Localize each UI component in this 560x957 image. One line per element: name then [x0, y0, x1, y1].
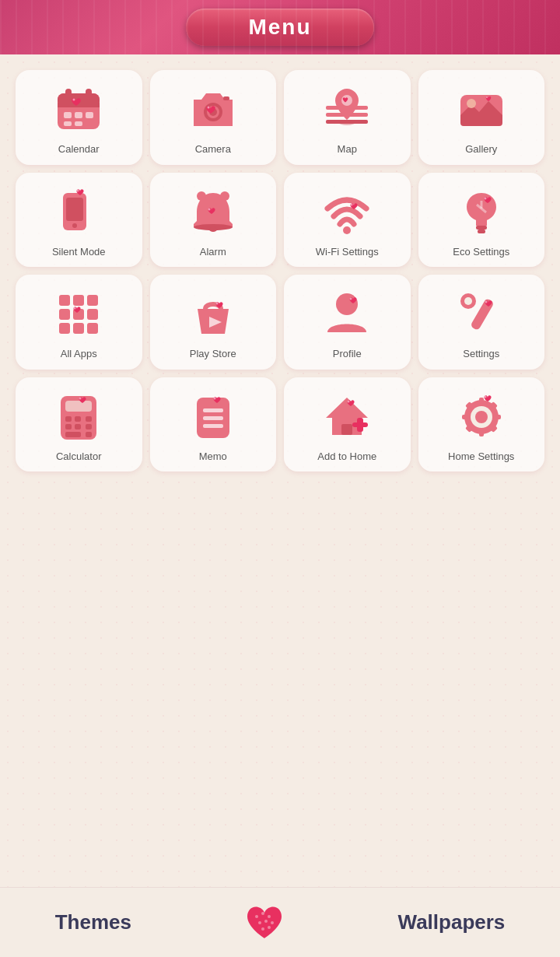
svg-rect-72: [203, 424, 223, 428]
silent-mode-label: Silent Mode: [52, 246, 106, 258]
svg-point-56: [464, 297, 472, 305]
svg-point-52: [336, 293, 358, 315]
calculator-cell[interactable]: Calculator: [16, 377, 142, 472]
svg-point-15: [207, 107, 209, 109]
svg-rect-43: [59, 309, 70, 320]
svg-point-68: [79, 397, 82, 399]
svg-point-31: [220, 191, 229, 201]
calculator-label: Calculator: [56, 450, 102, 463]
add-to-home-cell[interactable]: Add to Home: [284, 377, 411, 472]
silent-mode-cell[interactable]: Silent Mode: [16, 173, 142, 268]
calendar-icon: [51, 82, 106, 137]
svg-rect-85: [495, 415, 501, 419]
svg-point-94: [258, 921, 261, 924]
add-to-home-label: Add to Home: [317, 450, 376, 463]
eco-settings-label: Eco Settings: [453, 246, 509, 258]
alarm-cell[interactable]: Alarm: [150, 173, 277, 268]
svg-rect-6: [75, 112, 82, 118]
svg-point-39: [484, 197, 486, 199]
svg-rect-65: [86, 424, 92, 429]
svg-point-10: [73, 99, 75, 101]
home-settings-cell[interactable]: Home Settings: [418, 377, 545, 472]
svg-rect-84: [462, 415, 468, 419]
svg-point-23: [486, 96, 488, 98]
play-store-label: Play Store: [190, 348, 236, 360]
bottom-heart-icon[interactable]: [241, 899, 288, 946]
svg-point-81: [475, 411, 488, 423]
gallery-label: Gallery: [465, 143, 497, 156]
svg-point-32: [208, 208, 210, 210]
memo-label: Memo: [199, 450, 227, 463]
svg-rect-59: [65, 401, 92, 412]
memo-cell[interactable]: Memo: [150, 377, 277, 472]
svg-point-95: [264, 920, 268, 923]
camera-label: Camera: [195, 143, 231, 156]
svg-point-93: [268, 915, 271, 918]
icon-grid: Calendar Camera: [16, 70, 544, 471]
svg-point-90: [484, 395, 486, 398]
settings-label: Settings: [463, 348, 499, 360]
svg-rect-62: [86, 416, 92, 422]
calendar-label: Calendar: [58, 143, 100, 156]
svg-rect-67: [86, 432, 92, 437]
svg-rect-25: [66, 198, 83, 221]
settings-cell[interactable]: Settings: [418, 275, 545, 370]
svg-rect-82: [479, 398, 484, 404]
svg-rect-14: [223, 96, 229, 100]
svg-point-53: [350, 298, 352, 300]
wifi-settings-cell[interactable]: Wi-Fi Settings: [284, 173, 411, 268]
svg-rect-60: [65, 416, 72, 422]
svg-rect-9: [75, 121, 82, 126]
camera-icon: [186, 82, 240, 137]
svg-point-34: [351, 203, 353, 205]
memo-icon: [186, 390, 240, 444]
gallery-icon: [454, 82, 509, 137]
top-bar: Menu: [0, 0, 560, 54]
svg-rect-77: [357, 418, 363, 432]
svg-point-19: [339, 121, 355, 125]
svg-point-30: [197, 191, 206, 201]
silent-mode-icon: [51, 185, 106, 240]
svg-point-33: [343, 226, 351, 234]
svg-rect-48: [87, 323, 98, 334]
gallery-cell[interactable]: Gallery: [418, 70, 545, 165]
profile-label: Profile: [333, 348, 362, 360]
play-store-icon: [186, 287, 240, 342]
bottom-nav: Themes Wallpapers: [0, 887, 560, 957]
svg-rect-63: [65, 424, 72, 429]
svg-rect-83: [479, 430, 484, 436]
svg-rect-46: [59, 323, 70, 334]
wifi-settings-label: Wi-Fi Settings: [316, 246, 379, 258]
map-icon: [320, 82, 374, 137]
profile-icon: [320, 287, 374, 342]
svg-rect-64: [75, 424, 81, 429]
svg-point-27: [77, 189, 79, 191]
svg-point-91: [255, 915, 258, 918]
profile-cell[interactable]: Profile: [284, 275, 411, 370]
svg-rect-61: [75, 416, 81, 422]
svg-rect-70: [203, 408, 223, 412]
calendar-cell[interactable]: Calendar: [16, 70, 142, 165]
wallpapers-button[interactable]: Wallpapers: [398, 910, 506, 934]
all-apps-cell[interactable]: All Apps: [16, 275, 142, 370]
settings-icon: [454, 287, 509, 342]
svg-rect-36: [478, 230, 485, 233]
themes-button[interactable]: Themes: [55, 910, 131, 934]
play-store-cell[interactable]: Play Store: [150, 275, 277, 370]
svg-rect-42: [87, 295, 98, 306]
svg-rect-8: [64, 121, 72, 126]
map-cell[interactable]: Map: [284, 70, 411, 165]
svg-rect-35: [476, 226, 487, 230]
menu-title: Menu: [186, 9, 373, 46]
svg-rect-4: [86, 89, 92, 100]
eco-settings-cell[interactable]: Eco Settings: [418, 173, 545, 268]
svg-point-51: [215, 303, 218, 305]
svg-rect-71: [203, 416, 223, 420]
home-settings-icon: [454, 390, 509, 444]
svg-rect-41: [73, 295, 84, 306]
camera-cell[interactable]: Camera: [150, 70, 277, 165]
add-to-home-icon: [320, 390, 374, 444]
all-apps-icon: [51, 287, 106, 342]
svg-point-97: [261, 927, 264, 931]
main-content: Calendar Camera: [0, 54, 560, 479]
